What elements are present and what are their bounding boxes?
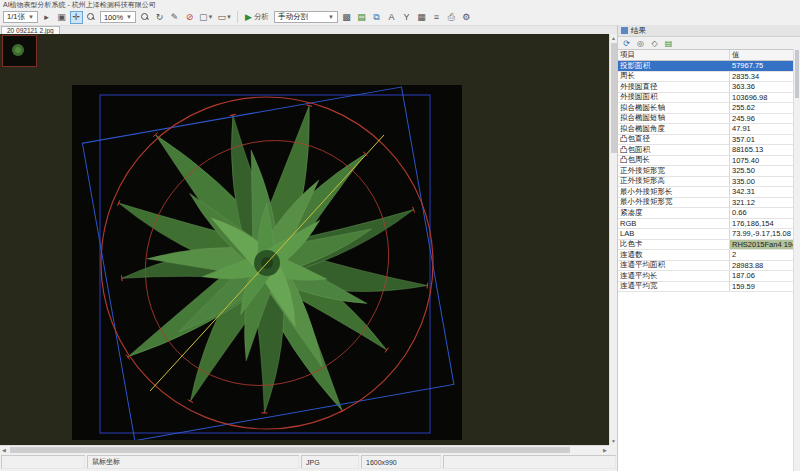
- table-row[interactable]: 连通平均长187.06: [618, 271, 794, 282]
- table-row[interactable]: LAB73.99,-9.17,15.08: [618, 229, 794, 240]
- metric-label: 凸包周长: [618, 156, 730, 166]
- chevron-down-icon: ▼: [126, 14, 132, 20]
- refresh-icon: ⟳: [623, 39, 630, 48]
- next-icon: ▸: [44, 13, 49, 22]
- table-row[interactable]: 拟合椭圆短轴245.96: [618, 114, 794, 125]
- results-panel-header: 结果: [618, 25, 800, 37]
- column-header-value: 值: [730, 50, 794, 60]
- thumbnail-plant: [3, 36, 34, 64]
- copy-button[interactable]: ▣: [55, 11, 68, 24]
- rotate-icon: ↻: [156, 13, 164, 22]
- metric-value: 321.12: [730, 198, 794, 208]
- zoom-out-button[interactable]: [85, 11, 98, 24]
- settings-button[interactable]: ⚙: [460, 11, 473, 24]
- rotate-button[interactable]: ↻: [153, 11, 166, 24]
- rect-tool-dropdown[interactable]: ▭▼: [217, 11, 233, 24]
- branch-tool-button[interactable]: Y: [400, 11, 413, 24]
- format-label: JPG: [306, 459, 320, 466]
- metric-label: 紧凑度: [618, 208, 730, 218]
- pan-tool-button[interactable]: ✛: [70, 11, 83, 24]
- table-row[interactable]: 拟合椭圆角度47.91: [618, 124, 794, 135]
- page-indicator: 1/1张: [7, 12, 25, 22]
- table-row[interactable]: 凸包面积88165.13: [618, 145, 794, 156]
- metric-label: 连通平均长: [618, 271, 730, 281]
- table-row[interactable]: 紧凑度0.66: [618, 208, 794, 219]
- table-row[interactable]: 比色卡RHS2015Fan4 194C Yellow: [618, 240, 794, 251]
- segmentation-mode-select[interactable]: 手动分割 ▼: [274, 11, 338, 23]
- chart-button[interactable]: ⧉: [370, 11, 383, 24]
- text-tool-button[interactable]: A: [385, 11, 398, 24]
- list-view-button[interactable]: ≡: [430, 11, 443, 24]
- metric-value: 0.66: [730, 208, 794, 218]
- metric-label: 周长: [618, 72, 730, 82]
- gear-icon: ⚙: [462, 13, 470, 22]
- metric-label: 外接圆面积: [618, 93, 730, 103]
- results-table-body: 投影面积57967.75周长2835.34外接圆直径363.36外接圆面积103…: [618, 61, 794, 292]
- table-row[interactable]: 连通平均面积28983.88: [618, 261, 794, 272]
- zoom-in-button[interactable]: [138, 11, 151, 24]
- document-icon: ▤: [357, 13, 366, 22]
- canvas-horizontal-scrollbar[interactable]: ◀ ▶: [0, 445, 609, 453]
- metric-value: 357.01: [730, 135, 794, 145]
- scroll-down-icon[interactable]: ▼: [610, 437, 617, 445]
- list-icon: ≡: [434, 13, 439, 22]
- page-selector[interactable]: 1/1张 ▼: [3, 11, 38, 23]
- analyze-button[interactable]: ▶ 分析: [242, 11, 272, 24]
- metric-value: 1075.40: [730, 156, 794, 166]
- table-row[interactable]: 连通平均宽159.59: [618, 282, 794, 293]
- table-row[interactable]: RGB176,186,154: [618, 219, 794, 230]
- edit-button[interactable]: ✎: [168, 11, 181, 24]
- export-results-button[interactable]: ▤: [663, 38, 674, 49]
- clear-button[interactable]: ◇: [649, 38, 660, 49]
- table-row[interactable]: 拟合椭圆长轴255.62: [618, 103, 794, 114]
- metric-label: LAB: [618, 229, 730, 239]
- panel-icon: [621, 27, 628, 34]
- refresh-button[interactable]: ⟳: [621, 38, 632, 49]
- table-row[interactable]: 外接圆面积103696.98: [618, 93, 794, 104]
- image-canvas[interactable]: [0, 34, 609, 445]
- window-title: AI植物表型分析系统 - 杭州上泽检测科技有限公司: [3, 1, 156, 8]
- status-bar: 鼠标坐标 JPG 1600x990: [0, 453, 617, 471]
- segmentation-mode-value: 手动分割: [278, 12, 308, 22]
- grid-view-button[interactable]: ▦: [415, 11, 428, 24]
- table-row[interactable]: 周长2835.34: [618, 72, 794, 83]
- metric-label: 连通平均面积: [618, 261, 730, 271]
- shape-tool-dropdown[interactable]: ▢▼: [198, 11, 214, 24]
- zoom-level: 100%: [104, 13, 123, 22]
- delete-region-button[interactable]: ⊘: [183, 11, 196, 24]
- analyzed-image[interactable]: [72, 85, 462, 440]
- table-row[interactable]: 正外接矩形高335.00: [618, 177, 794, 188]
- table-row[interactable]: 最小外接矩形长342.31: [618, 187, 794, 198]
- play-icon: ▶: [245, 13, 252, 22]
- metric-label: 凸包面积: [618, 145, 730, 155]
- table-row[interactable]: 凸包直径357.01: [618, 135, 794, 146]
- magnifier-plus-icon: [141, 13, 149, 21]
- metric-value: 57967.75: [730, 61, 794, 71]
- scroll-up-icon[interactable]: ▲: [610, 34, 617, 42]
- metric-label: 比色卡: [618, 240, 730, 250]
- panel-scroll-thumb[interactable]: [795, 50, 799, 98]
- canvas-vertical-scrollbar[interactable]: ▲ ▼: [609, 34, 617, 445]
- panel-scrollbar[interactable]: [793, 49, 800, 471]
- table-row[interactable]: 外接圆直径363.36: [618, 82, 794, 93]
- metric-label: 拟合椭圆角度: [618, 124, 730, 134]
- next-image-button[interactable]: ▸: [40, 11, 53, 24]
- export-button[interactable]: ⎙: [445, 11, 458, 24]
- table-row[interactable]: 最小外接矩形宽321.12: [618, 198, 794, 209]
- metric-value: 2: [730, 250, 794, 260]
- zoom-level-selector[interactable]: 100% ▼: [100, 11, 136, 23]
- metric-label: 连通数: [618, 250, 730, 260]
- image-view-button[interactable]: ▩: [340, 11, 353, 24]
- table-row[interactable]: 连通数2: [618, 250, 794, 261]
- status-cell-empty: [1, 455, 85, 469]
- table-row[interactable]: 凸包周长1075.40: [618, 156, 794, 167]
- chevron-down-icon: ▼: [208, 14, 214, 20]
- table-row[interactable]: 正外接矩形宽325.50: [618, 166, 794, 177]
- report-button[interactable]: ▤: [355, 11, 368, 24]
- results-table: 项目 值 投影面积57967.75周长2835.34外接圆直径363.36外接圆…: [618, 49, 794, 471]
- navigator-thumbnail[interactable]: [2, 35, 37, 67]
- metric-value: 88165.13: [730, 145, 794, 155]
- locate-button[interactable]: ◎: [635, 38, 646, 49]
- analyze-label: 分析: [254, 13, 269, 21]
- table-row[interactable]: 投影面积57967.75: [618, 61, 794, 72]
